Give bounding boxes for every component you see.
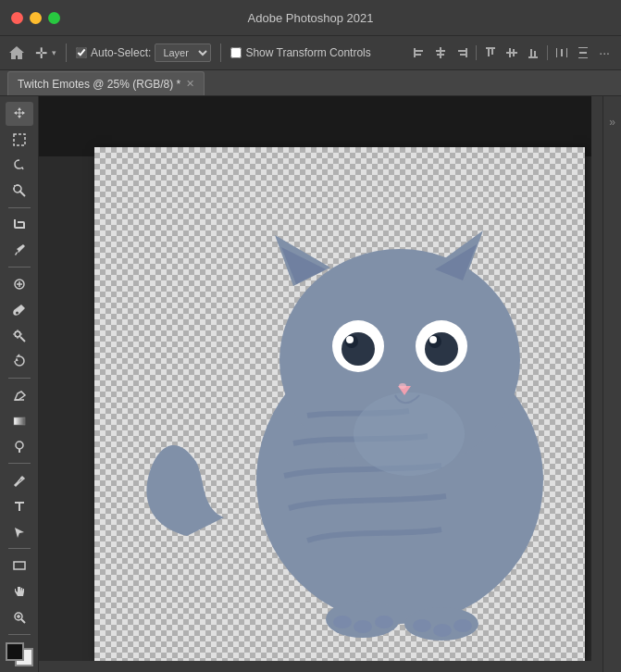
foreground-color-swatch[interactable] [6, 642, 24, 661]
layer-dropdown[interactable]: Layer Group [155, 44, 211, 62]
svg-rect-10 [488, 49, 490, 56]
svg-point-53 [342, 332, 375, 366]
eraser-tool[interactable] [6, 383, 33, 407]
home-icon[interactable] [7, 44, 26, 62]
svg-rect-18 [556, 48, 557, 57]
maximize-button[interactable] [48, 12, 60, 24]
marquee-tool[interactable] [6, 128, 33, 152]
tab-bar: Twitch Emotes @ 25% (RGB/8) * ✕ [0, 70, 621, 96]
svg-point-69 [453, 619, 472, 632]
show-transform-group: Show Transform Controls [230, 46, 370, 59]
panel-collapse-icon[interactable]: » [605, 104, 620, 141]
document-tab[interactable]: Twitch Emotes @ 25% (RGB/8) * ✕ [7, 71, 205, 95]
svg-point-38 [20, 477, 23, 479]
svg-rect-20 [566, 48, 567, 57]
svg-point-59 [429, 336, 437, 343]
svg-point-66 [375, 616, 393, 628]
hand-tool[interactable] [6, 579, 33, 604]
left-toolbar [0, 96, 39, 672]
minimize-button[interactable] [30, 12, 42, 24]
separator-3 [476, 45, 477, 60]
lasso-tool[interactable] [6, 154, 33, 178]
separator-2 [220, 44, 221, 62]
move-tool[interactable] [6, 102, 33, 126]
auto-select-checkbox-wrapper[interactable]: Auto-Select: [76, 46, 151, 59]
svg-point-57 [425, 332, 458, 366]
svg-rect-21 [578, 47, 588, 48]
separator-1 [66, 44, 67, 62]
svg-rect-13 [509, 48, 511, 57]
svg-rect-1 [416, 50, 423, 52]
svg-rect-6 [466, 48, 467, 57]
type-tool[interactable] [6, 494, 33, 518]
document-canvas [94, 147, 585, 661]
tab-close-button[interactable]: ✕ [186, 78, 194, 90]
svg-line-41 [21, 619, 25, 623]
svg-point-36 [16, 442, 23, 449]
svg-rect-0 [414, 48, 416, 57]
separator5 [8, 548, 31, 549]
healing-tool[interactable] [6, 272, 33, 296]
brush-tool[interactable] [6, 298, 33, 322]
align-left-icon[interactable] [410, 44, 428, 62]
clone-tool[interactable] [6, 324, 33, 348]
svg-rect-23 [578, 57, 588, 58]
align-right-icon[interactable] [453, 44, 471, 62]
more-options-button[interactable]: ··· [595, 45, 614, 60]
path-selection-tool[interactable] [6, 520, 33, 544]
svg-rect-15 [528, 56, 538, 58]
svg-rect-3 [440, 47, 441, 58]
magic-wand-tool[interactable] [6, 179, 33, 203]
show-transform-label: Show Transform Controls [245, 46, 370, 59]
svg-rect-5 [437, 54, 444, 56]
svg-point-51 [354, 392, 465, 476]
align-center-h-icon[interactable] [431, 44, 450, 62]
svg-rect-22 [579, 52, 587, 54]
svg-point-55 [346, 336, 354, 343]
separator4 [8, 463, 31, 464]
color-swatches[interactable] [6, 642, 33, 666]
cat-artwork [94, 147, 585, 661]
align-middle-v-icon[interactable] [503, 44, 521, 62]
auto-select-label: Auto-Select: [91, 46, 151, 59]
eyedropper-tool[interactable] [6, 239, 33, 263]
svg-rect-39 [14, 562, 25, 569]
auto-select-checkbox[interactable] [76, 47, 87, 58]
move-arrows-icon: ✛ [35, 44, 47, 62]
separator6 [8, 634, 31, 635]
svg-rect-4 [436, 50, 445, 52]
options-bar: ✛ ▾ Auto-Select: Layer Group Show Transf… [0, 35, 621, 70]
pen-tool[interactable] [6, 468, 33, 492]
history-brush-tool[interactable] [6, 349, 33, 373]
canvas-area[interactable] [39, 96, 602, 672]
traffic-lights [11, 12, 60, 24]
tab-label: Twitch Emotes @ 25% (RGB/8) * [18, 78, 180, 91]
separator2 [8, 267, 31, 268]
vertical-scrollbar[interactable] [591, 96, 602, 672]
svg-point-68 [433, 624, 452, 637]
horizontal-scrollbar[interactable] [39, 661, 591, 672]
separator-4 [547, 45, 548, 60]
svg-rect-2 [416, 54, 421, 56]
dodge-tool[interactable] [6, 435, 33, 459]
svg-rect-35 [14, 417, 25, 425]
distribute-v-icon[interactable] [574, 44, 592, 62]
svg-rect-14 [513, 49, 515, 56]
crop-tool[interactable] [6, 213, 33, 237]
gradient-tool[interactable] [6, 409, 33, 433]
app-title: Adobe Photoshop 2021 [248, 11, 374, 25]
separator [8, 207, 31, 208]
zoom-tool[interactable] [6, 605, 33, 629]
svg-rect-16 [530, 49, 532, 56]
show-transform-checkbox[interactable] [230, 47, 242, 58]
move-arrow-down-icon: ▾ [52, 48, 56, 57]
align-bottom-icon[interactable] [524, 44, 542, 62]
svg-rect-12 [506, 52, 517, 54]
align-top-icon[interactable] [481, 44, 500, 62]
close-button[interactable] [11, 12, 23, 24]
svg-point-61 [399, 383, 406, 389]
svg-point-65 [354, 620, 372, 633]
distribute-h-icon[interactable] [553, 44, 571, 62]
rectangle-tool[interactable] [6, 554, 33, 578]
svg-rect-9 [486, 47, 495, 49]
